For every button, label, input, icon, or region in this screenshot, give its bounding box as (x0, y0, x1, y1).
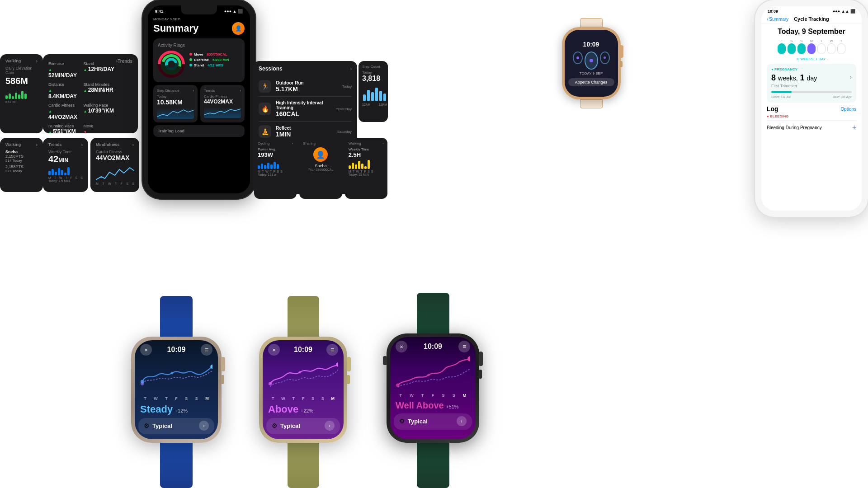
weeks-label: 8 WEEKS, 1 DAY (767, 57, 856, 61)
typical-btn-1[interactable]: ⚙ Typical › (138, 418, 214, 434)
trend-walking-pace: Walking Pace 10'39"/KM (84, 103, 116, 120)
rings-container (158, 51, 185, 78)
iphone-screen-center: 9:41 ●●● ▲ ⬛ MONDAY 9 SEP Summary 👤 Acti… (148, 5, 250, 193)
days-2: T W T F S S M (263, 395, 344, 403)
svg-rect-5 (383, 94, 386, 101)
typical-icon-3: ⚙ (399, 418, 405, 425)
days-3: T W T F S S M (390, 392, 476, 399)
mini-cards-row: Step Distance › Today 10.58KM Trends › C… (153, 85, 245, 122)
status-1: Steady +12% (135, 403, 218, 416)
svg-point-13 (467, 356, 470, 361)
summary-avatar: 👤 (232, 22, 245, 35)
typical-arrow-3: › (457, 416, 467, 426)
crown-2 (347, 357, 351, 371)
close-btn-1[interactable]: × (140, 344, 152, 356)
typical-arrow-2: › (325, 421, 335, 431)
step-distance-title: Step Distance › (157, 89, 194, 93)
menu-btn-1[interactable]: ≡ (201, 344, 212, 356)
trends-mini-value: 44VO2MAX (204, 99, 241, 105)
typical-icon-1: ⚙ (144, 422, 150, 429)
date-label: MONDAY 9 SEP (153, 17, 245, 21)
typical-btn-3[interactable]: ⚙ Typical › (394, 413, 472, 430)
activity-stats: Move 855/750CAL Exercise 58/30 MIN Stand… (189, 52, 240, 69)
back-button[interactable]: ‹ Summary (767, 17, 788, 22)
session-outdoor-run: 🏃 Outdoor Run 5.17KM Today (259, 76, 352, 97)
watch-band-bottom-small (580, 99, 603, 108)
svg-point-9 (141, 382, 144, 385)
pregnancy-dates: Start: 14 Jul Due: 20 Apr (771, 95, 852, 99)
watch-screen-2: × 10:09 ≡ T W T F S (263, 340, 344, 439)
back-chevron: ‹ (767, 17, 768, 22)
trends-card-2: Trends › Weekly Time 42MIN MTWTFSS Today… (43, 138, 88, 192)
days-1: T W T F S S M (135, 395, 218, 403)
bleeding-text: Bleeding During Pregnancy (767, 125, 822, 130)
action-btn-3 (383, 356, 387, 365)
exercise-value: 58/30 MIN (212, 58, 229, 62)
close-btn-2[interactable]: × (268, 344, 280, 356)
watch-date-small: TODAY 9 SEP (580, 71, 603, 75)
activity-rings-card: Activity Rings Move 855/750CAL (153, 38, 245, 82)
typical-text-1: Typical (152, 422, 172, 429)
steady-pct: +12% (175, 408, 188, 413)
band-bottom-1 (160, 443, 193, 488)
pregnancy-arrow[interactable]: › (849, 73, 852, 80)
status-time: 9:41 (155, 9, 163, 14)
watch-screen-1: × 10:09 ≡ (135, 340, 218, 439)
btn-1 (221, 375, 224, 384)
crown-1 (221, 357, 225, 371)
watch-body-1: × 10:09 ≡ (131, 337, 222, 443)
svg-point-8 (171, 372, 174, 375)
watch-crown-small (620, 45, 623, 58)
watch-ultra-3: × 10:09 ≡ T W T F S (387, 293, 479, 488)
watch-ultra-1: × 10:09 ≡ (131, 296, 222, 488)
reflect-icon: 🧘 (259, 125, 271, 138)
typical-arrow-1: › (199, 421, 209, 431)
watch-screen-3: × 10:09 ≡ T W T F S (390, 337, 476, 439)
svg-point-15 (427, 374, 430, 376)
close-btn-3[interactable]: × (396, 341, 407, 352)
watch-band-top-small (580, 18, 603, 27)
status-bar-right: 10:09 ●●● ▲▲ ⬛ (761, 6, 862, 14)
stand-dot (189, 64, 192, 66)
summary-title: Summary (153, 23, 198, 34)
menu-btn-2[interactable]: ≡ (326, 344, 338, 356)
stand-stat: Stand 4/12 HRS (189, 63, 240, 67)
pregnancy-trimester: First Trimester (771, 84, 817, 88)
typical-btn-2[interactable]: ⚙ Typical › (266, 418, 340, 434)
band-bottom-2 (288, 443, 319, 488)
btn-2 (347, 375, 350, 384)
pregnancy-label: ● PREGNANCY (771, 67, 852, 71)
appetite-changes-btn[interactable]: Appetite Changes (568, 78, 614, 86)
chart-2 (263, 359, 344, 395)
watch-screen-small: 10:09 TODAY 9 SEP Appetite Changes (565, 30, 618, 97)
bleeding-add-btn[interactable]: + (852, 123, 856, 131)
walking-widget: Walking › Weekly Time 2.5H MTWTFSS Today… (345, 138, 387, 199)
move-label: Move (194, 52, 203, 56)
step-count-area: Step Count Today 3,818 12AM12PM (359, 61, 388, 125)
log-options-btn[interactable]: Options (841, 107, 856, 112)
band-top-2 (288, 296, 319, 337)
step-count-card: Step Count Today 3,818 12AM12PM (359, 61, 388, 122)
sessions-header: Sessions › (259, 66, 352, 72)
training-load-title: Training Load (158, 129, 240, 133)
trend-distance: Distance 8.4KM/DAY (48, 82, 80, 99)
cycle-nav: ‹ Summary Cycle Tracking (761, 14, 862, 24)
status-icons: ●●● ▲ ⬛ (224, 9, 243, 14)
svg-point-11 (269, 382, 272, 385)
trends-card-top: Trends › Exercise 52MIN/DAY Stand 12HR/D… (43, 54, 138, 133)
watch-time-2: 10:09 (294, 346, 312, 354)
well-above-label: Well Above (396, 400, 444, 410)
above-label: Above (268, 404, 298, 415)
svg-rect-0 (363, 94, 366, 101)
iphone-center: 9:41 ●●● ▲ ⬛ MONDAY 9 SEP Summary 👤 Acti… (142, 0, 255, 199)
svg-rect-2 (371, 92, 374, 101)
menu-btn-3[interactable]: ≡ (458, 341, 470, 352)
cycle-calendar: F S S M T (767, 39, 856, 54)
activity-rings-title: Activity Rings (158, 43, 185, 48)
svg-rect-3 (375, 88, 378, 101)
iphone-frame-right: 10:09 ●●● ▲▲ ⬛ ‹ Summary Cycle Tracking … (755, 0, 868, 217)
sharing-avatar: 👤 (313, 147, 328, 162)
well-above-pct: +51% (446, 404, 458, 409)
exercise-stat: Exercise 58/30 MIN (189, 58, 240, 62)
trend-exercise: Exercise 52MIN/DAY (48, 61, 80, 79)
